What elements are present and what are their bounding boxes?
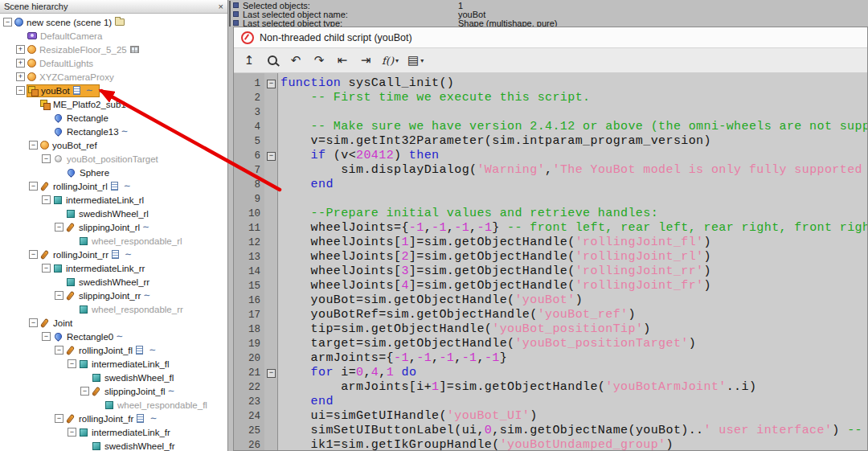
tree-item-wheel_respondable_rr[interactable]: wheel_respondable_rr <box>0 302 227 316</box>
tree-item-slippingJoint_rl[interactable]: −slippingJoint_rl∼ <box>0 220 227 234</box>
code-text[interactable]: wheelJoints={-1,-1,-1,-1} -- front left,… <box>278 221 867 236</box>
code-text[interactable] <box>278 192 280 207</box>
reload-button[interactable]: ↥ <box>242 51 256 69</box>
tree-item-row: rollingJoint_rl∼ <box>39 180 137 192</box>
tree-item-intermediateLink_rl[interactable]: −intermediateLink_rl <box>0 193 227 207</box>
collapse-expander-icon[interactable]: − <box>55 223 63 232</box>
code-editor[interactable]: 1−function sysCall_init()2 -- First time… <box>234 73 867 450</box>
collapse-expander-icon[interactable]: − <box>3 18 12 27</box>
tree-item-youBot_positionTarget[interactable]: −youBot_positionTarget <box>0 152 227 166</box>
tree-item-rollingJoint_fl[interactable]: −rollingJoint_fl∼ <box>0 343 227 357</box>
code-text[interactable]: -- Make sure we have version 2.4.12 or a… <box>278 120 867 134</box>
fold-toggle-icon[interactable]: − <box>267 369 276 378</box>
tree-item-wheel_respondable_rl[interactable]: wheel_respondable_rl <box>0 234 227 248</box>
tree-item-new scene (scene 1)[interactable]: −new scene (scene 1) <box>0 15 227 29</box>
collapse-expander-icon[interactable]: − <box>68 428 76 437</box>
collapse-expander-icon[interactable]: − <box>68 359 76 368</box>
code-text[interactable]: -- First time we execute this script. <box>278 91 590 105</box>
redo-button[interactable]: ↷ <box>312 51 326 69</box>
code-line: 11 wheelJoints={-1,-1,-1,-1} -- front le… <box>234 221 867 236</box>
collapse-expander-icon[interactable]: − <box>42 195 51 204</box>
line-number: 16 <box>234 293 264 308</box>
tree-item-rollingJoint_fr[interactable]: −rollingJoint_fr∼ <box>0 412 227 425</box>
joint-icon <box>66 345 75 355</box>
code-text[interactable]: youBotRef=sim.getObjectHandle('youBot_re… <box>278 308 636 322</box>
code-text[interactable]: target=sim.getObjectHandle('youBot_posit… <box>278 337 696 351</box>
expand-expander-icon[interactable]: + <box>16 72 25 81</box>
collapse-expander-icon[interactable]: − <box>29 141 38 150</box>
code-text[interactable]: if (v<20412) then <box>278 149 439 163</box>
unindent-button[interactable]: ⇤ <box>335 51 350 69</box>
code-text[interactable]: simSetUIButtonLabel(ui,0,sim.getObjectNa… <box>278 424 862 438</box>
indent-button[interactable]: ⇥ <box>358 51 373 69</box>
tree-item-Joint[interactable]: −Joint <box>0 316 227 330</box>
code-text[interactable]: ui=simGetUIHandle('youBot_UI') <box>278 409 538 424</box>
close-icon[interactable]: × <box>219 2 223 11</box>
line-number: 9 <box>234 192 264 207</box>
code-text[interactable]: v=sim.getInt32Parameter(sim.intparam_pro… <box>278 134 711 149</box>
tree-item-swedishWheel_rl[interactable]: swedishWheel_rl <box>0 207 227 220</box>
tree-item-youBot_ref[interactable]: −youBot_ref <box>0 138 227 152</box>
tree-item-swedishWheel_fr[interactable]: swedishWheel_fr <box>0 439 227 451</box>
tree-item-ME_Platfo2_sub1[interactable]: ME_Platfo2_sub1 <box>0 97 227 111</box>
functions-button[interactable]: f()▾ <box>382 51 399 69</box>
tree-item-Rectangle0[interactable]: −Rectangle0∼ <box>0 330 227 343</box>
search-button[interactable] <box>265 51 280 69</box>
code-text[interactable]: wheelJoints[2]=sim.getObjectHandle('roll… <box>278 250 711 264</box>
collapse-expander-icon[interactable]: − <box>42 154 51 163</box>
collapse-expander-icon[interactable]: − <box>29 250 38 259</box>
code-text[interactable]: youBot=sim.getObjectHandle('youBot') <box>278 293 583 308</box>
code-text[interactable]: for i=0,4,1 do <box>278 366 416 380</box>
undo-button[interactable]: ↶ <box>289 51 303 69</box>
code-token: -- Make sure we have version 2.4.12 or a… <box>280 120 867 133</box>
code-text[interactable]: end <box>278 395 334 409</box>
tree-item-rollingJoint_rr[interactable]: −rollingJoint_rr∼ <box>0 248 227 261</box>
tree-item-Rectangle[interactable]: Rectangle <box>0 111 227 125</box>
code-text[interactable]: wheelJoints[3]=sim.getObjectHandle('roll… <box>278 264 711 279</box>
collapse-expander-icon[interactable]: − <box>55 414 63 423</box>
collapse-expander-icon[interactable]: − <box>80 387 89 396</box>
code-text[interactable]: wheelJoints[1]=sim.getObjectHandle('roll… <box>278 236 711 250</box>
code-text[interactable]: armJoints={-1,-1,-1,-1,-1} <box>278 351 507 366</box>
fold-toggle-icon[interactable]: − <box>267 80 276 88</box>
expand-expander-icon[interactable]: + <box>16 45 25 54</box>
tree-item-Rectangle13[interactable]: Rectangle13∼ <box>0 125 227 138</box>
tree-item-ResizableFloor_5_25[interactable]: +ResizableFloor_5_25 <box>0 43 227 56</box>
cube-icon <box>80 428 88 437</box>
tree-item-DefaultCamera[interactable]: DefaultCamera <box>0 29 227 43</box>
collapse-expander-icon[interactable]: − <box>42 264 51 273</box>
collapse-expander-icon[interactable]: − <box>42 332 51 341</box>
tree-item-intermediateLink_fl[interactable]: −intermediateLink_fl <box>0 357 227 371</box>
tree-item-label: DefaultCamera <box>40 31 102 41</box>
tree-item-intermediateLink_rr[interactable]: −intermediateLink_rr <box>0 261 227 275</box>
code-text[interactable]: function sysCall_init() <box>278 76 454 91</box>
expand-expander-icon[interactable]: + <box>16 59 25 68</box>
tree-item-youBot[interactable]: −youBot∼ <box>0 84 227 97</box>
collapse-expander-icon[interactable]: − <box>29 182 38 191</box>
code-text[interactable]: armJoints[i+1]=sim.getObjectHandle('youB… <box>278 380 756 395</box>
collapse-expander-icon[interactable]: − <box>16 86 25 95</box>
tree-item-wheel_respondable_fl[interactable]: wheel_respondable_fl <box>0 398 227 412</box>
symbols-button[interactable]: ▤▾ <box>407 51 424 69</box>
tree-item-slippingJoint_rr[interactable]: −slippingJoint_rr∼ <box>0 289 227 302</box>
code-text[interactable]: sim.displayDialog('Warning','The YouBot … <box>278 163 867 178</box>
code-text[interactable] <box>278 105 280 120</box>
tree-item-slippingJoint_fl[interactable]: −slippingJoint_fl∼ <box>0 384 227 398</box>
code-text[interactable]: ik1=sim.getIkGroupHandle('youBotUndamped… <box>278 438 674 450</box>
code-text[interactable]: tip=sim.getObjectHandle('youBot_position… <box>278 322 651 337</box>
tree-item-rollingJoint_rl[interactable]: −rollingJoint_rl∼ <box>0 179 227 193</box>
line-number: 25 <box>234 424 264 438</box>
tree-item-DefaultLights[interactable]: +DefaultLights <box>0 56 227 70</box>
tree-item-swedishWheel_fl[interactable]: swedishWheel_fl <box>0 371 227 384</box>
code-text[interactable]: wheelJoints[4]=sim.getObjectHandle('roll… <box>278 279 711 293</box>
tree-item-XYZCameraProxy[interactable]: +XYZCameraProxy <box>0 70 227 84</box>
collapse-expander-icon[interactable]: − <box>29 318 38 327</box>
code-text[interactable]: end <box>278 178 334 192</box>
fold-toggle-icon[interactable]: − <box>267 152 276 161</box>
code-text[interactable]: --Prepare initial values and retrieve ha… <box>278 207 658 221</box>
tree-item-swedishWheel_rr[interactable]: swedishWheel_rr <box>0 275 227 289</box>
tree-item-Sphere[interactable]: Sphere <box>0 166 227 179</box>
tree-item-intermediateLink_fr[interactable]: −intermediateLink_fr <box>0 425 227 439</box>
collapse-expander-icon[interactable]: − <box>55 291 63 300</box>
collapse-expander-icon[interactable]: − <box>55 346 63 355</box>
